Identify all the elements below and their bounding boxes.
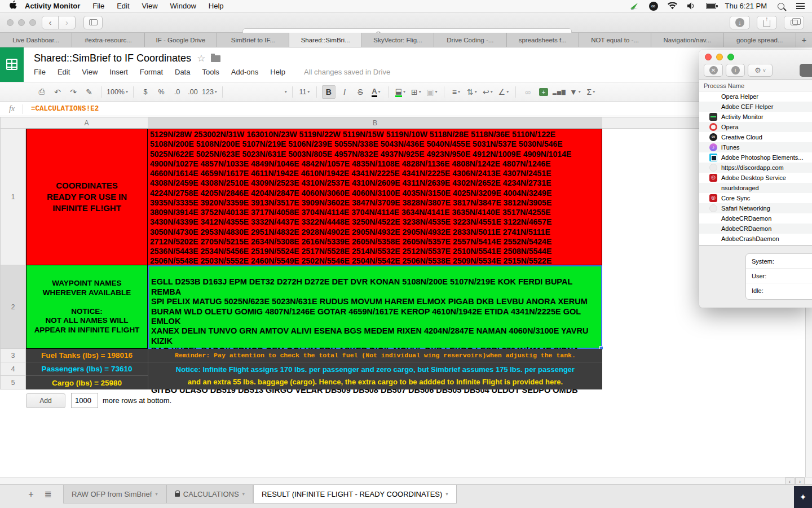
process-row[interactable]: https://discordapp.com xyxy=(699,163,812,173)
italic-button[interactable]: I xyxy=(338,85,351,99)
cell-b4-notice[interactable]: Notice: Infinite Flight assigns 170 lbs.… xyxy=(148,362,602,389)
share-button[interactable] xyxy=(757,16,777,29)
cell-b2-waypoints-selected[interactable]: EGLL D253B D163J EPM DET32 D272H D272E D… xyxy=(148,265,602,349)
flight-tracker-icon[interactable] xyxy=(629,2,639,11)
apple-menu-icon[interactable] xyxy=(9,1,17,11)
bold-button[interactable]: B xyxy=(322,85,336,99)
back-button[interactable]: ‹ xyxy=(42,16,59,29)
menu-help[interactable]: Help xyxy=(209,2,224,10)
sheets-menu-format[interactable]: Format xyxy=(140,68,163,76)
print-button[interactable]: ⎙ xyxy=(35,85,48,99)
fill-color-button[interactable]: ⬓▾ xyxy=(394,85,407,99)
process-row[interactable]: ∞Creative Cloud xyxy=(699,132,812,142)
borders-button[interactable]: ⊞▾ xyxy=(409,85,423,99)
process-row[interactable]: Opera Helper xyxy=(699,91,812,102)
column-header-b[interactable]: B xyxy=(148,117,603,129)
browser-tab[interactable]: SimBrief to IF... xyxy=(217,33,289,47)
sheets-menu-data[interactable]: Data xyxy=(175,68,190,76)
process-row[interactable]: Opera xyxy=(699,122,812,132)
sheets-menu-file[interactable]: File xyxy=(34,68,46,76)
add-rows-count-input[interactable] xyxy=(71,393,98,408)
format-currency-button[interactable]: $ xyxy=(139,85,152,99)
sheets-menu-view[interactable]: View xyxy=(82,68,98,76)
browser-tab[interactable]: google spread... xyxy=(724,33,796,47)
process-row[interactable]: ◎Core Sync xyxy=(699,193,812,203)
sheet-tab-menu-icon[interactable]: ▾ xyxy=(242,491,245,497)
notification-center-icon[interactable] xyxy=(795,2,805,11)
explore-button[interactable]: ✦ xyxy=(794,486,812,508)
process-row[interactable]: nsurlstoraged xyxy=(699,183,812,193)
add-sheet-button[interactable]: + xyxy=(23,485,39,503)
strikethrough-button[interactable]: S xyxy=(354,85,367,99)
sheet-tab-menu-icon[interactable]: ▾ xyxy=(155,491,158,497)
spotlight-icon[interactable] xyxy=(776,2,786,11)
document-title[interactable]: Shared::SimBrief to IF Coordinates xyxy=(34,52,191,64)
menu-edit[interactable]: Edit xyxy=(117,2,129,10)
creative-cloud-menu-icon[interactable]: ∞ xyxy=(648,2,659,11)
browser-tab[interactable]: Drive Coding -... xyxy=(434,33,506,47)
horizontal-scrollbar[interactable] xyxy=(0,477,812,484)
text-wrap-button[interactable]: ↩▾ xyxy=(481,85,495,99)
text-rotation-button[interactable]: ∠▾ xyxy=(497,85,510,99)
text-color-button[interactable]: A▾ xyxy=(369,85,383,99)
forward-button[interactable]: › xyxy=(59,16,76,29)
process-row[interactable]: Safari Networking xyxy=(699,203,812,213)
format-percent-button[interactable]: % xyxy=(155,85,168,99)
view-segment-control[interactable] xyxy=(800,64,812,77)
sheets-menu-edit[interactable]: Edit xyxy=(58,68,70,76)
row-header-5[interactable]: 5 xyxy=(0,376,26,389)
cell-b3-reminder[interactable]: Reminder: Pay attention to check the tot… xyxy=(148,349,602,362)
paint-format-button[interactable]: ✎ xyxy=(82,85,96,99)
menu-view[interactable]: View xyxy=(142,2,158,10)
sheet-tab-raw-ofp[interactable]: RAW OFP from SimBrief▾ xyxy=(63,485,166,503)
browser-tab[interactable]: Live Dashboar... xyxy=(0,33,72,47)
cell-a2-waypoints-header[interactable]: WAYPOINT NAMES WHEREVER AVAILABLE NOTICE… xyxy=(26,265,148,349)
sheets-menu-tools[interactable]: Tools xyxy=(202,68,219,76)
process-row[interactable]: AdobeCRDaemon xyxy=(699,224,812,234)
functions-button[interactable]: Σ▾ xyxy=(584,85,598,99)
formula-bar[interactable]: fx =CALCULATIONS!E2 xyxy=(0,102,812,116)
minimize-window-button[interactable] xyxy=(716,54,723,60)
redo-button[interactable]: ↷ xyxy=(67,85,80,99)
horizontal-align-button[interactable]: ≡▾ xyxy=(449,85,463,99)
activity-monitor-titlebar[interactable]: ✕ i ⚙˅ xyxy=(699,50,812,80)
undo-button[interactable]: ↶ xyxy=(51,85,64,99)
filter-button[interactable]: ▼▾ xyxy=(568,85,582,99)
process-row[interactable]: Adobe CEF Helper xyxy=(699,102,812,112)
process-row[interactable]: ♪iTunes xyxy=(699,142,812,152)
browser-tab[interactable]: SkyVector: Flig... xyxy=(362,33,434,47)
insert-comment-button[interactable]: + xyxy=(537,85,550,99)
browser-tab[interactable]: IF - Google Drive xyxy=(145,33,217,47)
formula-text[interactable]: =CALCULATIONS!E2 xyxy=(31,105,99,113)
browser-tab[interactable]: #extra-resourc... xyxy=(72,33,144,47)
tab-overview-button[interactable] xyxy=(784,16,804,29)
row-header-1[interactable]: 1 xyxy=(0,129,26,265)
vertical-align-button[interactable]: ⇅▾ xyxy=(465,85,479,99)
cell-a3-fuel[interactable]: Fuel Tanks (lbs) = 198016 xyxy=(26,349,148,362)
sheets-menu-help[interactable]: Help xyxy=(270,68,285,76)
wifi-icon[interactable] xyxy=(668,2,678,11)
add-rows-button[interactable]: Add xyxy=(26,393,65,408)
browser-tab-active[interactable]: Shared::SimBri... xyxy=(289,33,361,47)
downloads-button[interactable]: ↓ xyxy=(730,16,750,29)
row-header-3[interactable]: 3 xyxy=(0,349,26,362)
process-row[interactable]: Adobe Photoshop Elements... xyxy=(699,152,812,163)
cell-a1-coordinates-header[interactable]: COORDINATES READY FOR USE IN INFINITE FL… xyxy=(26,129,148,265)
sheet-tab-calculations[interactable]: CALCULATIONS▾ xyxy=(166,485,253,503)
move-to-folder-icon[interactable] xyxy=(211,55,220,62)
sheet-tab-result-active[interactable]: RESULT (INFINITE FLIGHT - READY COORDINA… xyxy=(253,485,457,503)
insert-chart-button[interactable]: ▂▅▇ xyxy=(553,85,566,99)
process-row[interactable]: AdobeCrashDaemon xyxy=(699,234,812,244)
number-format-menu[interactable]: 123▾ xyxy=(202,85,217,99)
all-sheets-button[interactable]: ≣ xyxy=(39,485,56,503)
increase-decimals-button[interactable]: .00 xyxy=(186,85,200,99)
window-controls[interactable] xyxy=(7,19,36,26)
column-header-a[interactable]: A xyxy=(25,117,148,129)
row-header-4[interactable]: 4 xyxy=(0,362,26,376)
browser-tab[interactable]: Navigation/nav... xyxy=(651,33,723,47)
process-name-column-header[interactable]: Process Name xyxy=(699,80,812,91)
browser-tab[interactable]: NOT equal to -... xyxy=(579,33,651,47)
sidebar-button[interactable] xyxy=(83,16,103,29)
zoom-window-button[interactable] xyxy=(727,54,734,60)
select-all-corner[interactable] xyxy=(0,117,26,129)
